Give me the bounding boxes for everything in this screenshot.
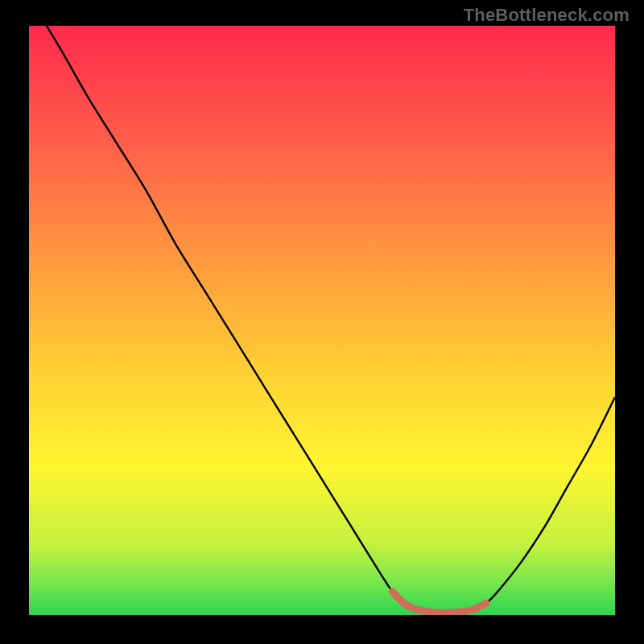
chart-container: TheBottleneck.com: [0, 0, 644, 644]
watermark-text: TheBottleneck.com: [464, 5, 630, 26]
gradient-background: [29, 26, 615, 615]
chart-svg: [29, 26, 615, 615]
plot-area: [29, 26, 615, 615]
